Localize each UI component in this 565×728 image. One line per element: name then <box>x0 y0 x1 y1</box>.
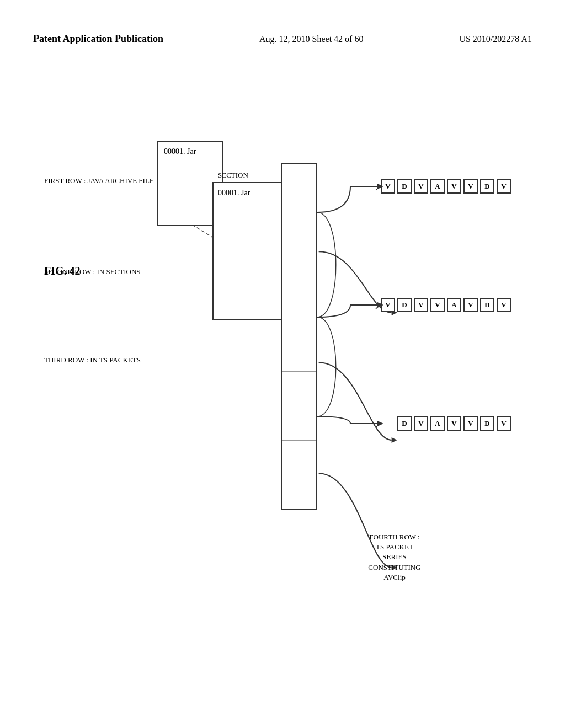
section-file-label: 00001. Jar <box>218 189 250 197</box>
letter-box-g2-5: V <box>430 298 445 312</box>
publication-number: US 2010/202278 A1 <box>459 34 532 44</box>
letter-box-g1-3: V <box>463 416 478 431</box>
fourth-row-label: FOURTH ROW : TS PACKET SERIES CONSTITUTI… <box>359 532 430 582</box>
second-row-label: SECOND ROW : IN SECTIONS <box>44 267 166 276</box>
letter-box-g2-2: D <box>480 298 494 312</box>
letter-box-g1-2: D <box>480 416 494 431</box>
letter-box-g1-7: D <box>397 416 412 431</box>
letter-box-g3-5: A <box>430 179 445 194</box>
letter-box-g2-8: V <box>381 298 395 312</box>
letter-box-g3-4: V <box>447 179 461 194</box>
letter-box-g3-3: V <box>463 179 478 194</box>
letter-box-g2-6: V <box>414 298 428 312</box>
publication-title: Patent Application Publication <box>33 33 163 45</box>
letter-box-g2-7: D <box>397 298 412 312</box>
page-header: Patent Application Publication Aug. 12, … <box>0 33 565 45</box>
svg-marker-3 <box>392 437 397 443</box>
letter-box-g1-1: V <box>497 416 511 431</box>
letter-box-g3-7: D <box>397 179 412 194</box>
first-row-label: FIRST ROW : JAVA ARCHIVE FILE <box>44 176 154 185</box>
section-box: 00001. Jar <box>212 182 284 320</box>
letter-box-g3-8: V <box>381 179 395 194</box>
ts-packets-column <box>281 163 317 510</box>
arrow-g3: ↗ <box>374 181 382 194</box>
arrow-g2: ↗ <box>374 300 382 312</box>
archive-file-label: 00001. Jar <box>164 147 196 156</box>
third-row-label: THIRD ROW : IN TS PACKETS <box>44 356 188 365</box>
section-label: SECTION <box>218 171 248 180</box>
letter-box-g2-1: V <box>497 298 511 312</box>
letter-box-g2-3: V <box>463 298 478 312</box>
letter-box-g2-4: A <box>447 298 461 312</box>
letter-box-g1-6: V <box>414 416 428 431</box>
letter-box-g3-2: D <box>480 179 494 194</box>
letter-box-g3-1: V <box>497 179 511 194</box>
letter-box-g3-6: V <box>414 179 428 194</box>
letter-box-g1-4: V <box>447 416 461 431</box>
letter-box-g1-5: A <box>430 416 445 431</box>
publication-date-sheet: Aug. 12, 2010 Sheet 42 of 60 <box>259 34 363 44</box>
arrow-g1: ↗ <box>374 419 382 431</box>
diagram-area: FIRST ROW : JAVA ARCHIVE FILE 00001. Jar… <box>44 85 548 695</box>
